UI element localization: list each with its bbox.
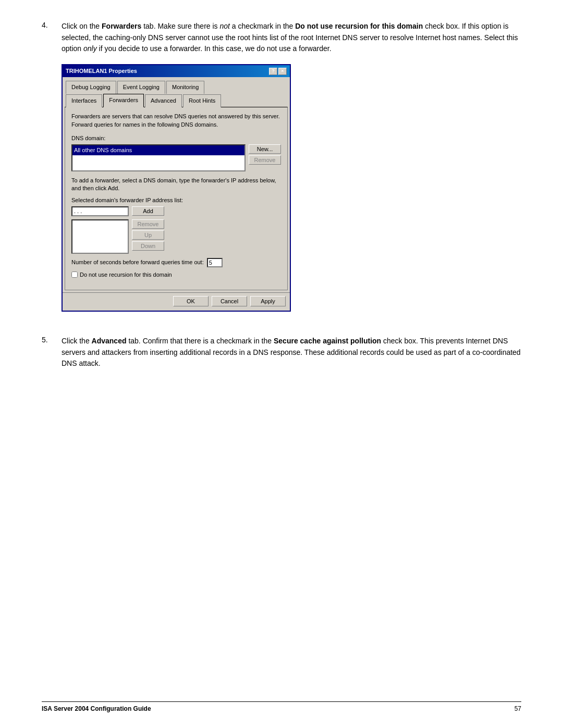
dialog-footer: OK Cancel Apply bbox=[63, 292, 290, 311]
step4-text3: a checkmark in the bbox=[230, 22, 295, 30]
remove-domain-button[interactable]: Remove bbox=[249, 155, 281, 165]
tab-advanced[interactable]: Advanced bbox=[145, 94, 182, 107]
timeout-input[interactable] bbox=[207, 258, 223, 267]
step4-text5: if you decide to use a forwarder. In thi… bbox=[97, 44, 332, 53]
timeout-row: Number of seconds before forward queries… bbox=[71, 258, 281, 267]
new-button[interactable]: New... bbox=[249, 144, 281, 154]
forwarder-info: To add a forwarder, select a DNS domain,… bbox=[71, 177, 281, 193]
step4-text-before: Click on the bbox=[62, 22, 102, 30]
dns-buttons: New... Remove bbox=[249, 144, 281, 165]
step4-number: 4. bbox=[42, 21, 54, 321]
down-button[interactable]: Down bbox=[132, 241, 164, 251]
step4-bold1: Forwarders bbox=[102, 22, 141, 30]
ip-address-input[interactable] bbox=[71, 206, 129, 216]
add-button[interactable]: Add bbox=[132, 206, 164, 216]
ip-list-row: Remove Up Down bbox=[71, 219, 281, 254]
step4-bold2: Do not use recursion for this domain bbox=[295, 22, 423, 30]
footer-title: ISA Server 2004 Configuration Guide bbox=[42, 705, 151, 712]
dns-domain-row: All other DNS domains New... Remove bbox=[71, 144, 281, 171]
apply-button[interactable]: Apply bbox=[250, 296, 286, 306]
page-footer: ISA Server 2004 Configuration Guide 57 bbox=[42, 701, 521, 712]
remove-ip-button[interactable]: Remove bbox=[132, 219, 164, 229]
tab-event-logging[interactable]: Event Logging bbox=[117, 81, 165, 94]
tabs-row2: Interfaces Forwarders Advanced Root Hint… bbox=[63, 93, 290, 107]
dialog-title: TRIHOMELAN1 Properties bbox=[66, 67, 137, 76]
step4-block: 4. Click on the Forwarders tab. Make sur… bbox=[42, 21, 521, 321]
tab-debug-logging[interactable]: Debug Logging bbox=[66, 81, 116, 94]
tab-monitoring[interactable]: Monitoring bbox=[166, 81, 204, 94]
recursion-label: Do not use recursion for this domain bbox=[80, 270, 172, 279]
ip-buttons: Remove Up Down bbox=[132, 219, 164, 251]
step4-text2: tab. Make sure there is bbox=[141, 22, 219, 30]
footer-page: 57 bbox=[515, 705, 521, 712]
ip-row: Add bbox=[71, 206, 281, 216]
forwarders-description: Forwarders are servers that can resolve … bbox=[71, 113, 281, 129]
dns-domain-label: DNS domain: bbox=[71, 134, 281, 143]
step5-bold2: Secure cache against pollution bbox=[274, 337, 381, 345]
ok-button[interactable]: OK bbox=[173, 296, 209, 306]
tabs-row1: Debug Logging Event Logging Monitoring bbox=[63, 77, 290, 93]
tab-interfaces[interactable]: Interfaces bbox=[66, 94, 102, 107]
close-button[interactable]: × bbox=[278, 68, 287, 75]
step5-block: 5. Click the Advanced tab. Confirm that … bbox=[42, 336, 521, 369]
step5-text2: tab. Confirm that there is a checkmark i… bbox=[127, 337, 274, 345]
help-button[interactable]: ? bbox=[269, 68, 277, 75]
titlebar-buttons: ? × bbox=[269, 68, 287, 75]
dialog-wrapper: TRIHOMELAN1 Properties ? × Debug Logging… bbox=[62, 64, 521, 312]
step5-bold1: Advanced bbox=[92, 337, 127, 345]
step4-text: Click on the Forwarders tab. Make sure t… bbox=[62, 21, 521, 321]
tab-content-forwarders: Forwarders are servers that can resolve … bbox=[65, 107, 288, 290]
dns-list-item[interactable]: All other DNS domains bbox=[72, 145, 244, 155]
tab-root-hints[interactable]: Root Hints bbox=[183, 94, 221, 107]
step4-italic1: not bbox=[219, 22, 229, 30]
recursion-checkbox[interactable] bbox=[71, 272, 78, 278]
cancel-button[interactable]: Cancel bbox=[212, 296, 247, 306]
dialog: TRIHOMELAN1 Properties ? × Debug Logging… bbox=[62, 64, 291, 312]
dialog-titlebar: TRIHOMELAN1 Properties ? × bbox=[63, 65, 290, 77]
ip-address-list[interactable] bbox=[71, 219, 129, 254]
tab-forwarders[interactable]: Forwarders bbox=[103, 94, 144, 107]
up-button[interactable]: Up bbox=[132, 230, 164, 240]
ip-list-label: Selected domain's forwarder IP address l… bbox=[71, 196, 281, 205]
step5-text-before: Click the bbox=[62, 337, 92, 345]
checkbox-row: Do not use recursion for this domain bbox=[71, 270, 281, 279]
timeout-label: Number of seconds before forward queries… bbox=[71, 258, 204, 267]
dns-domain-list[interactable]: All other DNS domains bbox=[71, 144, 246, 171]
step4-italic2: only bbox=[83, 44, 97, 53]
step5-text: Click the Advanced tab. Confirm that the… bbox=[62, 336, 521, 369]
step5-number: 5. bbox=[42, 336, 54, 369]
